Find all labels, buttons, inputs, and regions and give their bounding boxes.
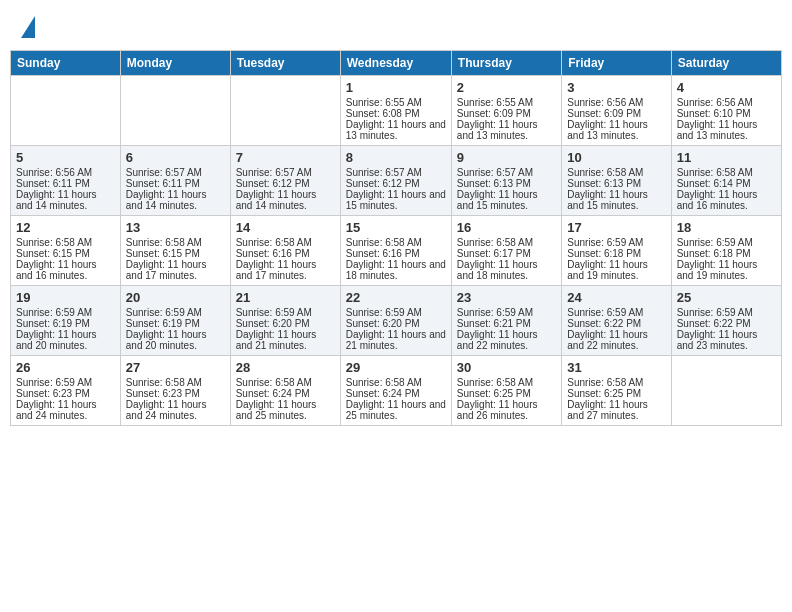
sunrise-text: Sunrise: 6:58 AM — [126, 237, 225, 248]
sunset-text: Sunset: 6:12 PM — [236, 178, 335, 189]
calendar-cell — [671, 356, 781, 426]
daylight-text: Daylight: 11 hours and 22 minutes. — [567, 329, 665, 351]
calendar-cell: 7Sunrise: 6:57 AMSunset: 6:12 PMDaylight… — [230, 146, 340, 216]
sunset-text: Sunset: 6:09 PM — [567, 108, 665, 119]
daylight-text: Daylight: 11 hours and 15 minutes. — [457, 189, 556, 211]
daylight-text: Daylight: 11 hours and 14 minutes. — [16, 189, 115, 211]
calendar-cell: 15Sunrise: 6:58 AMSunset: 6:16 PMDayligh… — [340, 216, 451, 286]
logo-triangle-icon — [21, 16, 35, 38]
calendar-cell: 26Sunrise: 6:59 AMSunset: 6:23 PMDayligh… — [11, 356, 121, 426]
daylight-text: Daylight: 11 hours and 13 minutes. — [677, 119, 776, 141]
daylight-text: Daylight: 11 hours and 13 minutes. — [567, 119, 665, 141]
daylight-text: Daylight: 11 hours and 13 minutes. — [457, 119, 556, 141]
daylight-text: Daylight: 11 hours and 23 minutes. — [677, 329, 776, 351]
day-number: 31 — [567, 360, 665, 375]
sunset-text: Sunset: 6:22 PM — [567, 318, 665, 329]
sunset-text: Sunset: 6:21 PM — [457, 318, 556, 329]
weekday-header-friday: Friday — [562, 51, 671, 76]
calendar-cell: 29Sunrise: 6:58 AMSunset: 6:24 PMDayligh… — [340, 356, 451, 426]
sunrise-text: Sunrise: 6:58 AM — [567, 167, 665, 178]
sunrise-text: Sunrise: 6:56 AM — [677, 97, 776, 108]
sunrise-text: Sunrise: 6:59 AM — [16, 307, 115, 318]
day-number: 20 — [126, 290, 225, 305]
day-number: 27 — [126, 360, 225, 375]
daylight-text: Daylight: 11 hours and 20 minutes. — [126, 329, 225, 351]
week-row-5: 26Sunrise: 6:59 AMSunset: 6:23 PMDayligh… — [11, 356, 782, 426]
day-number: 17 — [567, 220, 665, 235]
sunrise-text: Sunrise: 6:59 AM — [677, 237, 776, 248]
day-number: 10 — [567, 150, 665, 165]
sunrise-text: Sunrise: 6:57 AM — [126, 167, 225, 178]
sunrise-text: Sunrise: 6:55 AM — [457, 97, 556, 108]
calendar-cell: 30Sunrise: 6:58 AMSunset: 6:25 PMDayligh… — [451, 356, 561, 426]
sunset-text: Sunset: 6:11 PM — [16, 178, 115, 189]
calendar-cell: 9Sunrise: 6:57 AMSunset: 6:13 PMDaylight… — [451, 146, 561, 216]
sunrise-text: Sunrise: 6:57 AM — [457, 167, 556, 178]
sunset-text: Sunset: 6:19 PM — [126, 318, 225, 329]
sunset-text: Sunset: 6:13 PM — [567, 178, 665, 189]
calendar-cell: 16Sunrise: 6:58 AMSunset: 6:17 PMDayligh… — [451, 216, 561, 286]
sunrise-text: Sunrise: 6:57 AM — [346, 167, 446, 178]
day-number: 14 — [236, 220, 335, 235]
daylight-text: Daylight: 11 hours and 20 minutes. — [16, 329, 115, 351]
day-number: 6 — [126, 150, 225, 165]
calendar-cell: 4Sunrise: 6:56 AMSunset: 6:10 PMDaylight… — [671, 76, 781, 146]
daylight-text: Daylight: 11 hours and 17 minutes. — [236, 259, 335, 281]
sunset-text: Sunset: 6:19 PM — [16, 318, 115, 329]
calendar-cell: 19Sunrise: 6:59 AMSunset: 6:19 PMDayligh… — [11, 286, 121, 356]
sunset-text: Sunset: 6:15 PM — [16, 248, 115, 259]
day-number: 26 — [16, 360, 115, 375]
sunrise-text: Sunrise: 6:57 AM — [236, 167, 335, 178]
daylight-text: Daylight: 11 hours and 19 minutes. — [677, 259, 776, 281]
page-header — [10, 10, 782, 42]
day-number: 28 — [236, 360, 335, 375]
sunrise-text: Sunrise: 6:59 AM — [16, 377, 115, 388]
calendar-cell: 18Sunrise: 6:59 AMSunset: 6:18 PMDayligh… — [671, 216, 781, 286]
daylight-text: Daylight: 11 hours and 16 minutes. — [16, 259, 115, 281]
sunrise-text: Sunrise: 6:58 AM — [126, 377, 225, 388]
day-number: 1 — [346, 80, 446, 95]
day-number: 8 — [346, 150, 446, 165]
week-row-3: 12Sunrise: 6:58 AMSunset: 6:15 PMDayligh… — [11, 216, 782, 286]
weekday-header-sunday: Sunday — [11, 51, 121, 76]
sunset-text: Sunset: 6:18 PM — [567, 248, 665, 259]
calendar-cell: 13Sunrise: 6:58 AMSunset: 6:15 PMDayligh… — [120, 216, 230, 286]
daylight-text: Daylight: 11 hours and 17 minutes. — [126, 259, 225, 281]
daylight-text: Daylight: 11 hours and 15 minutes. — [567, 189, 665, 211]
calendar-cell: 2Sunrise: 6:55 AMSunset: 6:09 PMDaylight… — [451, 76, 561, 146]
sunset-text: Sunset: 6:24 PM — [346, 388, 446, 399]
day-number: 22 — [346, 290, 446, 305]
sunset-text: Sunset: 6:25 PM — [457, 388, 556, 399]
daylight-text: Daylight: 11 hours and 24 minutes. — [16, 399, 115, 421]
week-row-2: 5Sunrise: 6:56 AMSunset: 6:11 PMDaylight… — [11, 146, 782, 216]
calendar-cell: 14Sunrise: 6:58 AMSunset: 6:16 PMDayligh… — [230, 216, 340, 286]
sunrise-text: Sunrise: 6:58 AM — [567, 377, 665, 388]
weekday-header-thursday: Thursday — [451, 51, 561, 76]
day-number: 30 — [457, 360, 556, 375]
sunrise-text: Sunrise: 6:58 AM — [457, 237, 556, 248]
calendar-cell: 20Sunrise: 6:59 AMSunset: 6:19 PMDayligh… — [120, 286, 230, 356]
daylight-text: Daylight: 11 hours and 21 minutes. — [346, 329, 446, 351]
sunrise-text: Sunrise: 6:58 AM — [457, 377, 556, 388]
calendar-cell: 1Sunrise: 6:55 AMSunset: 6:08 PMDaylight… — [340, 76, 451, 146]
calendar-cell: 11Sunrise: 6:58 AMSunset: 6:14 PMDayligh… — [671, 146, 781, 216]
sunset-text: Sunset: 6:20 PM — [346, 318, 446, 329]
day-number: 12 — [16, 220, 115, 235]
sunrise-text: Sunrise: 6:58 AM — [16, 237, 115, 248]
sunset-text: Sunset: 6:17 PM — [457, 248, 556, 259]
calendar-cell: 25Sunrise: 6:59 AMSunset: 6:22 PMDayligh… — [671, 286, 781, 356]
daylight-text: Daylight: 11 hours and 25 minutes. — [236, 399, 335, 421]
sunrise-text: Sunrise: 6:59 AM — [346, 307, 446, 318]
daylight-text: Daylight: 11 hours and 14 minutes. — [126, 189, 225, 211]
day-number: 21 — [236, 290, 335, 305]
day-number: 23 — [457, 290, 556, 305]
sunset-text: Sunset: 6:18 PM — [677, 248, 776, 259]
daylight-text: Daylight: 11 hours and 13 minutes. — [346, 119, 446, 141]
daylight-text: Daylight: 11 hours and 26 minutes. — [457, 399, 556, 421]
day-number: 18 — [677, 220, 776, 235]
sunrise-text: Sunrise: 6:59 AM — [567, 237, 665, 248]
weekday-header-row: SundayMondayTuesdayWednesdayThursdayFrid… — [11, 51, 782, 76]
calendar-cell: 31Sunrise: 6:58 AMSunset: 6:25 PMDayligh… — [562, 356, 671, 426]
daylight-text: Daylight: 11 hours and 15 minutes. — [346, 189, 446, 211]
daylight-text: Daylight: 11 hours and 19 minutes. — [567, 259, 665, 281]
